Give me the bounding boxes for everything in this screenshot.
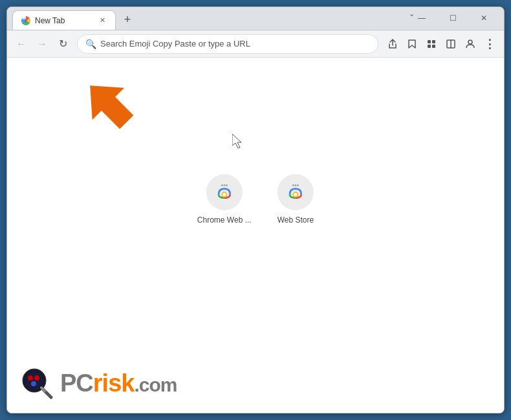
mouse-cursor — [232, 134, 244, 151]
split-view-button[interactable] — [442, 35, 460, 53]
svg-rect-4 — [428, 45, 431, 48]
browser-tab[interactable]: New Tab ✕ — [12, 10, 116, 30]
reload-button[interactable]: ↻ — [54, 35, 72, 53]
nav-right-icons: ⋮ — [384, 35, 499, 53]
new-tab-button[interactable]: + — [118, 10, 136, 28]
address-bar[interactable]: 🔍 Search Emoji Copy Paste or type a URL — [77, 34, 378, 54]
brand-logo — [20, 366, 54, 400]
shortcut-icon-chrome-web — [206, 174, 243, 210]
brand-dotcom: .com — [134, 374, 177, 395]
back-button[interactable]: ← — [12, 35, 30, 53]
shortcut-label-web-store: Web Store — [277, 216, 314, 225]
tab-area: New Tab ✕ + — [12, 6, 407, 30]
profile-icon — [465, 39, 475, 49]
main-content: Chrome Web ... — [7, 58, 504, 413]
svg-point-23 — [34, 375, 39, 381]
shortcut-icon-web-store — [277, 174, 314, 210]
shortcut-label-chrome-web: Chrome Web ... — [197, 216, 252, 225]
svg-point-12 — [221, 184, 223, 186]
svg-point-18 — [297, 184, 299, 186]
svg-rect-5 — [432, 45, 435, 48]
web-store-icon — [285, 182, 306, 203]
tab-list-chevron[interactable]: ⌄ — [409, 10, 415, 18]
close-button[interactable]: ✕ — [469, 9, 499, 27]
svg-rect-2 — [428, 40, 431, 43]
brand-pc: PCrisk.com — [60, 370, 177, 397]
shortcut-item-chrome-web[interactable]: Chrome Web ... — [197, 174, 252, 225]
brand-text: PCrisk.com — [60, 370, 177, 397]
forward-button[interactable]: → — [33, 35, 51, 53]
svg-marker-11 — [232, 134, 241, 148]
svg-rect-3 — [432, 40, 435, 43]
extensions-icon — [426, 39, 437, 49]
shortcut-item-web-store[interactable]: Web Store — [277, 174, 314, 225]
extensions-button[interactable] — [422, 35, 440, 53]
svg-point-24 — [31, 381, 36, 386]
tab-favicon — [21, 16, 31, 26]
svg-point-13 — [223, 184, 225, 186]
chrome-web-icon — [214, 182, 235, 203]
browser-window: New Tab ✕ + ⌄ — ☐ ✕ ← → ↻ 🔍 Search Emoji… — [6, 6, 505, 414]
maximize-button[interactable]: ☐ — [438, 9, 468, 27]
profile-button[interactable] — [461, 35, 479, 53]
split-view-icon — [446, 39, 456, 49]
svg-point-16 — [292, 184, 294, 186]
tab-close-button[interactable]: ✕ — [97, 16, 107, 26]
svg-marker-10 — [74, 71, 142, 138]
share-button[interactable] — [384, 35, 402, 53]
navbar: ← → ↻ 🔍 Search Emoji Copy Paste or type … — [7, 30, 504, 58]
svg-point-15 — [222, 192, 226, 197]
shortcuts-area: Chrome Web ... — [197, 174, 314, 225]
address-text: Search Emoji Copy Paste or type a URL — [100, 39, 370, 49]
arrow-annotation — [72, 71, 149, 142]
bookmark-icon — [407, 39, 417, 49]
tab-title: New Tab — [35, 16, 93, 25]
svg-point-8 — [468, 40, 472, 44]
title-bar: New Tab ✕ + ⌄ — ☐ ✕ — [7, 7, 504, 30]
svg-point-14 — [226, 184, 228, 186]
window-controls: — ☐ ✕ — [407, 9, 499, 30]
svg-point-19 — [293, 192, 298, 197]
brand-watermark: PCrisk.com — [20, 366, 177, 400]
address-bar-search-icon: 🔍 — [85, 39, 96, 49]
brand-risk: risk — [93, 370, 135, 397]
share-icon — [387, 39, 398, 49]
svg-point-22 — [28, 375, 33, 381]
menu-button[interactable]: ⋮ — [481, 35, 499, 53]
arrow-svg — [72, 71, 149, 142]
bookmark-button[interactable] — [403, 35, 421, 53]
svg-point-17 — [295, 184, 297, 186]
